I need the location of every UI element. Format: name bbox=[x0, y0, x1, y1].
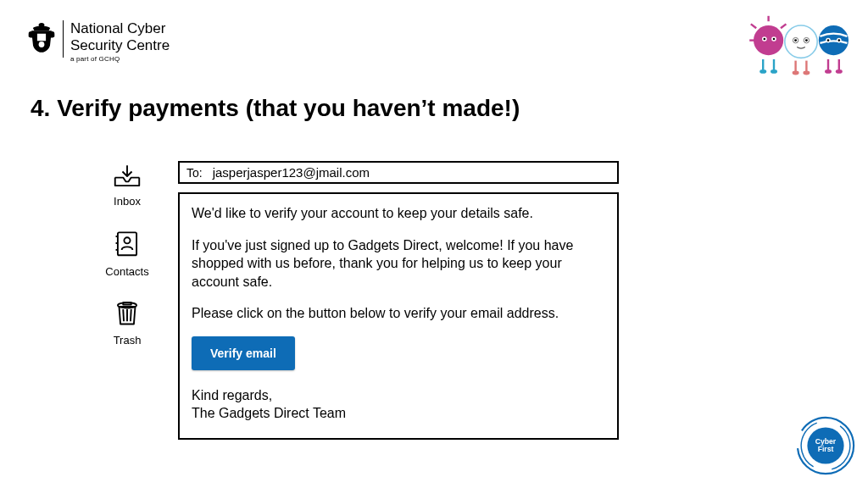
svg-point-20 bbox=[805, 39, 808, 42]
to-label: To: bbox=[186, 166, 203, 180]
mascot-illustration bbox=[746, 12, 856, 80]
sidebar-label-contacts: Contacts bbox=[105, 265, 148, 278]
email-para-2: If you've just signed up to Gadgets Dire… bbox=[192, 236, 605, 291]
svg-line-5 bbox=[751, 24, 756, 28]
email-signoff-1: Kind regards, bbox=[192, 387, 605, 405]
badge-text-2: First bbox=[818, 445, 834, 453]
logo-line-2: Security Centre bbox=[70, 37, 170, 54]
svg-point-32 bbox=[825, 69, 832, 74]
cyber-first-badge: Cyber First bbox=[795, 415, 856, 476]
svg-point-2 bbox=[39, 42, 45, 47]
svg-point-9 bbox=[764, 38, 766, 41]
svg-point-14 bbox=[760, 69, 766, 74]
email-preview: To: jasperjasper123@jmail.com We'd like … bbox=[178, 161, 619, 440]
svg-point-3 bbox=[754, 25, 783, 55]
sidebar-item-trash[interactable]: Trash bbox=[111, 297, 143, 347]
logo-line-1: National Cyber bbox=[70, 20, 170, 37]
svg-point-27 bbox=[827, 39, 830, 42]
mail-sidebar: Inbox Contacts bbox=[93, 163, 161, 347]
svg-point-23 bbox=[793, 71, 799, 75]
sidebar-item-inbox[interactable]: Inbox bbox=[111, 163, 143, 208]
svg-point-36 bbox=[124, 237, 130, 243]
svg-line-6 bbox=[781, 24, 786, 28]
logo-divider bbox=[63, 20, 64, 58]
email-signoff-2: The Gadgets Direct Team bbox=[192, 405, 605, 423]
inbox-icon bbox=[111, 163, 143, 190]
svg-rect-1 bbox=[37, 34, 46, 42]
to-address: jasperjasper123@jmail.com bbox=[213, 165, 370, 180]
email-body: We'd like to verify your account to keep… bbox=[178, 192, 619, 440]
svg-point-24 bbox=[803, 71, 810, 75]
verify-email-button[interactable]: Verify email bbox=[192, 336, 295, 370]
email-para-3: Please click on the button below to veri… bbox=[192, 304, 605, 323]
email-para-1: We'd like to verify your account to keep… bbox=[192, 204, 605, 223]
badge-text-1: Cyber bbox=[815, 437, 837, 446]
slide-title: 4. Verify payments (that you haven’t mad… bbox=[31, 95, 520, 122]
svg-point-16 bbox=[785, 25, 817, 58]
svg-point-29 bbox=[838, 39, 841, 42]
logo-subtext: a part of GCHQ bbox=[70, 55, 170, 63]
ncsc-logo: National Cyber Security Centre a part of… bbox=[27, 20, 170, 63]
sidebar-label-trash: Trash bbox=[114, 334, 142, 347]
contacts-icon bbox=[111, 226, 143, 260]
email-to-field: To: jasperjasper123@jmail.com bbox=[178, 161, 619, 184]
svg-point-15 bbox=[771, 69, 777, 74]
svg-point-11 bbox=[773, 38, 776, 41]
crest-icon bbox=[27, 20, 56, 54]
svg-line-41 bbox=[123, 309, 124, 321]
svg-line-43 bbox=[131, 309, 131, 321]
svg-point-33 bbox=[836, 69, 843, 74]
trash-icon bbox=[111, 297, 143, 329]
sidebar-item-contacts[interactable]: Contacts bbox=[105, 226, 148, 278]
sidebar-label-inbox: Inbox bbox=[114, 195, 141, 208]
svg-point-18 bbox=[794, 39, 797, 42]
